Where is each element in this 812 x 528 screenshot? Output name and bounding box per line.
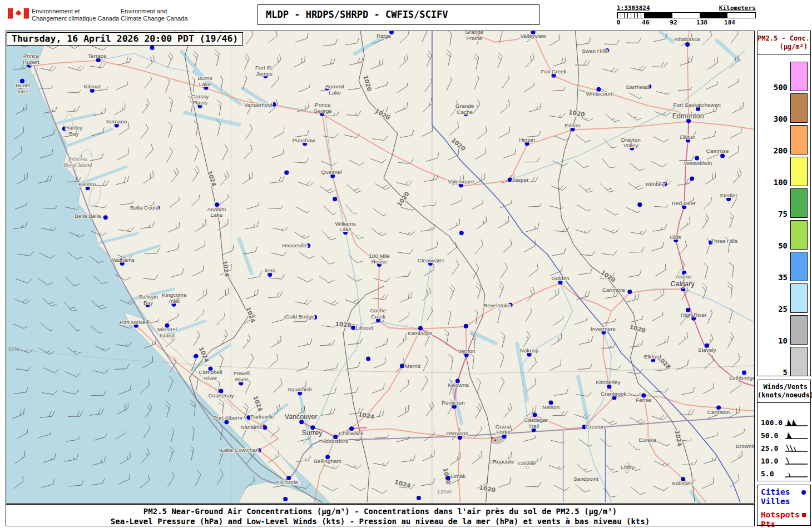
pm25-legend-row: 100	[757, 155, 810, 186]
city-label: Lake	[329, 89, 341, 96]
scale-segment	[672, 13, 700, 18]
wind-barb-icon	[783, 469, 809, 479]
caption-box: PM2.5 Near-Ground Air Concentrations (µg…	[6, 504, 755, 526]
city-dot-icon	[801, 490, 806, 495]
pm25-legend-value: 25	[778, 305, 788, 313]
city-label: Bella Coola	[130, 205, 159, 211]
city-dot	[194, 354, 198, 358]
city-label: Omak	[450, 473, 466, 479]
pm25-color-swatch	[790, 252, 808, 281]
pm25-color-swatch	[790, 93, 808, 123]
pm25-legend-row: 500	[757, 59, 810, 91]
pm25-legend-row: 10	[757, 313, 810, 345]
city-label: Minstrel	[157, 326, 177, 332]
city-label: George	[314, 108, 333, 114]
scale-tick-label: 138	[696, 19, 707, 26]
city-dot	[284, 170, 289, 175]
wind-speed-value: 10.0	[761, 457, 783, 465]
city-label: Elkford	[644, 353, 661, 360]
pm25-legend: PM2.5 - Conc.(µg/m³) 5003002001007550352…	[757, 31, 811, 376]
city-label: Kitimat	[84, 83, 101, 89]
city-label: Prairie	[466, 35, 482, 41]
wind-barb-icon	[783, 431, 809, 441]
pm25-color-swatch	[790, 315, 808, 345]
city-label: Lethbridge	[729, 375, 754, 381]
city-label: Terrace	[88, 53, 107, 59]
city-label: House	[372, 258, 388, 265]
city-label: Hartley	[65, 124, 83, 131]
wind-speed-value: 100.0	[761, 419, 783, 427]
city-label: Valemount	[448, 178, 474, 185]
wind-barb-icon	[783, 456, 809, 466]
city-label: Valley	[623, 143, 638, 149]
scale-ticks: 04692138184	[617, 18, 756, 26]
city-label: River	[235, 376, 249, 382]
caption-line-1: PM2.5 Near-Ground Air Concentrations (µg…	[6, 506, 754, 516]
map-scale: 1:3303824 Kilometers 04692138184	[617, 4, 756, 26]
hotspot-marker	[492, 437, 493, 439]
city-label: Rupert	[23, 59, 39, 65]
winds-legend-row: 5.0	[757, 467, 810, 480]
graticule-label: 120W	[437, 489, 452, 495]
city-label: Island	[160, 332, 175, 338]
wind-barb-icon	[783, 418, 809, 428]
city-label: Powell	[234, 370, 250, 376]
scale-tick-label: 46	[642, 19, 649, 26]
scale-segment	[645, 13, 673, 18]
city-label: Summit	[325, 83, 344, 89]
city-label: Athabasca	[674, 36, 701, 42]
city-label: Calgary	[671, 280, 695, 288]
city-label: Creek	[371, 313, 386, 320]
city-label: Clearwater	[418, 257, 445, 263]
graticule-label: 50N	[8, 346, 18, 352]
city-label: Lake	[211, 212, 223, 218]
city-label: Kimberley	[596, 379, 620, 385]
city-label: Kalispell	[672, 480, 693, 486]
pm25-legend-value: 5	[783, 368, 788, 377]
city-label: Bay	[143, 300, 153, 306]
pm25-legend-value: 10	[778, 336, 788, 345]
city-label: Squamish	[288, 386, 312, 392]
city-label: Eureka	[638, 437, 656, 443]
wind-barb-icon	[783, 444, 809, 454]
pm25-legend-value: 300	[774, 114, 788, 123]
city-label: Nelson	[542, 404, 560, 410]
city-label: Browning	[736, 443, 754, 449]
isobar-label: 1028	[335, 321, 351, 328]
city-label: Nanaimo	[240, 424, 263, 430]
city-dot	[333, 197, 337, 201]
city-label: Parksville	[250, 414, 274, 420]
town-circle	[626, 470, 628, 473]
winds-legend-row: 25.0	[757, 442, 810, 455]
city-label: High River	[681, 312, 707, 318]
city-label: Kemano	[106, 118, 127, 124]
city-label: Airdrie	[676, 273, 692, 280]
city-label: Inlet	[18, 88, 28, 94]
city-label: Williams	[335, 221, 356, 227]
scale-unit: Kilometers	[719, 4, 756, 12]
scale-tick-label: 92	[670, 19, 677, 26]
pm25-legend-row: 50	[757, 218, 810, 250]
city-dot	[720, 153, 725, 158]
scale-segment	[727, 13, 755, 18]
pm25-legend-row: 25	[757, 281, 810, 313]
pm25-legend-row: 75	[757, 186, 810, 218]
winds-legend-row: 50.0	[757, 429, 810, 442]
city-dot	[263, 425, 267, 430]
city-dot	[283, 497, 288, 501]
city-label: Grand	[496, 424, 511, 430]
city-label: Grande	[455, 103, 474, 109]
winds-legend-row: 100.0	[757, 416, 810, 429]
city-label: Camrose	[706, 148, 729, 154]
city-label: Stavely	[698, 347, 716, 353]
city-label: Creston	[586, 424, 605, 430]
weather-map: 1020102010201020102010201020102010201024…	[6, 31, 754, 503]
hotspot-marker	[494, 440, 496, 441]
city-label: Merritt	[405, 363, 420, 369]
pm25-color-swatch	[790, 62, 808, 91]
scale-ratio: 1:3303824	[617, 4, 650, 12]
city-label: Cache	[370, 307, 387, 313]
city-label: Kamloops	[408, 330, 432, 336]
city-label: Golden	[551, 275, 569, 281]
city-label: Fort St.	[255, 64, 274, 71]
